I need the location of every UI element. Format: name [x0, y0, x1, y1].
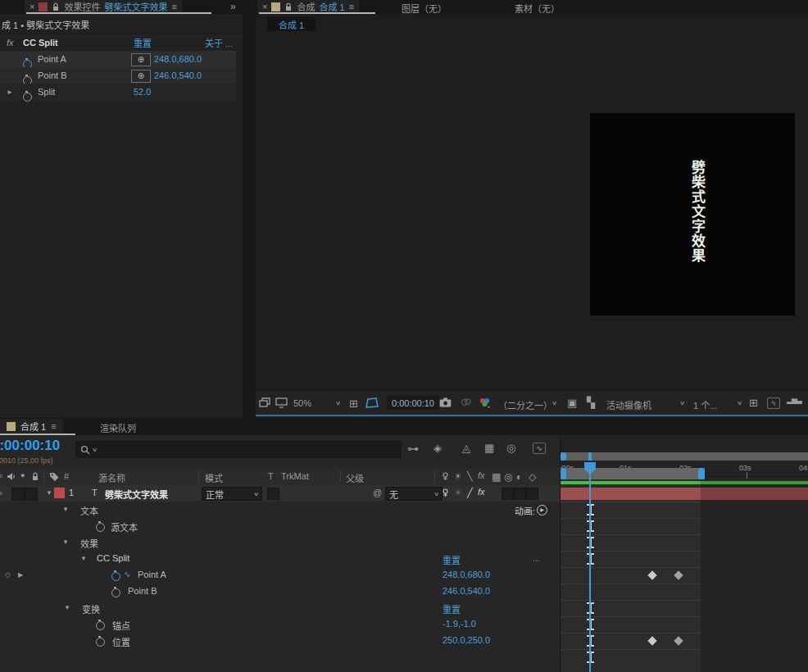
layer-duration-bar-dim[interactable] — [701, 488, 808, 500]
tab-footage[interactable]: 素材（无） — [515, 2, 560, 15]
effect-about-link[interactable]: 关于 ... — [205, 36, 233, 49]
effect-options-link[interactable]: ... — [533, 553, 540, 563]
view-layout-dropdown[interactable]: 1 个... — [693, 398, 717, 411]
comp-text-layer[interactable]: 劈柴式文字效果 — [687, 160, 707, 263]
work-area-start-handle[interactable] — [561, 468, 566, 479]
mask-roi-icon[interactable] — [365, 397, 379, 408]
solo-toggle-cell[interactable] — [25, 488, 38, 501]
prop-row-anchor-point[interactable]: 锚点 -1.9,-1.0 — [0, 616, 560, 633]
frame-blend-cell[interactable] — [502, 488, 514, 500]
stopwatch-icon[interactable] — [111, 572, 120, 581]
column-trkmat[interactable]: TrkMat — [281, 471, 309, 481]
tab-composition[interactable]: × 合成 合成 1 ≡ — [257, 0, 359, 13]
tab-effect-controls[interactable]: × 效果控件 劈柴式文字效果 ≡ — [25, 0, 182, 13]
expand-triangle[interactable]: ▼ — [62, 538, 69, 546]
panel-menu-icon[interactable]: ≡ — [171, 2, 176, 11]
time-navigator-bar[interactable] — [561, 452, 808, 461]
frame-blending-icon[interactable]: ▦ — [484, 442, 494, 454]
current-timecode[interactable]: 0:00:00:10 — [0, 438, 60, 453]
graph-editor-icon[interactable]: ∿ — [533, 443, 546, 454]
stopwatch-icon[interactable] — [96, 621, 105, 630]
stopwatch-icon[interactable] — [96, 638, 105, 647]
layer-name[interactable]: 劈柴式文字效果 — [105, 488, 168, 501]
zoom-level-dropdown[interactable]: 50% — [293, 398, 311, 408]
stopwatch-icon[interactable] — [96, 523, 105, 532]
prop-value[interactable]: 246.0,540.0 — [443, 586, 490, 596]
eye-icon[interactable] — [0, 489, 2, 497]
reset-link[interactable]: 重置 — [443, 602, 461, 615]
keyframe-add-icon[interactable]: ◇ — [5, 570, 11, 579]
stopwatch-icon[interactable] — [111, 588, 120, 597]
param-value[interactable]: 246.0,540.0 — [154, 70, 202, 80]
expand-arrow-icon[interactable]: ► — [7, 89, 13, 96]
snapshot-camera-icon[interactable] — [439, 397, 452, 407]
region-of-interest-icon[interactable]: ▣ — [567, 397, 577, 409]
prop-row-effects-group[interactable]: ▼ 效果 — [0, 534, 560, 551]
blend-mode-dropdown[interactable]: 正常 ∨ — [202, 487, 262, 501]
chevron-down-icon[interactable]: ∨ — [679, 400, 685, 406]
collapse-switch[interactable]: ☀ — [454, 488, 462, 498]
channel-rgb-icon[interactable] — [479, 397, 491, 408]
column-source-name[interactable]: 源名称 — [98, 471, 125, 484]
tab-timeline-comp[interactable]: 合成 1 ≡ — [0, 419, 63, 434]
column-preserve-transparency[interactable]: T — [268, 471, 274, 481]
audio-toggle-cell[interactable] — [11, 488, 25, 501]
point-picker-button[interactable]: ⊕ — [131, 53, 151, 66]
resolution-dropdown[interactable]: （二分之一） — [498, 398, 552, 411]
reset-link[interactable]: 重置 — [443, 553, 461, 566]
close-icon[interactable]: × — [262, 2, 267, 11]
tab-render-queue[interactable]: 渲染队列 — [100, 421, 136, 434]
prop-row-source-text[interactable]: 源文本 — [0, 518, 560, 534]
prop-row-cc-split[interactable]: ▼ CC Split 重置 ... — [0, 551, 560, 567]
chevron-down-icon[interactable]: ∨ — [552, 400, 557, 406]
av-features-switch[interactable] — [441, 488, 450, 497]
column-number[interactable]: # — [64, 471, 69, 481]
prop-value[interactable]: 248.0,680.0 — [443, 570, 490, 579]
work-area-end-handle[interactable] — [698, 468, 705, 479]
expand-triangle[interactable]: ▼ — [64, 604, 70, 611]
comp-canvas[interactable]: 劈柴式文字效果 — [590, 113, 795, 316]
layer-label-color[interactable] — [54, 488, 65, 498]
prop-row-point-b[interactable]: Point B 246.0,540.0 — [0, 583, 560, 600]
grid-guides-icon[interactable]: ⊞ — [349, 397, 358, 410]
motion-blur-cell[interactable] — [514, 488, 526, 500]
expand-triangle[interactable]: ▼ — [62, 506, 69, 513]
show-snapshot-icon[interactable] — [461, 397, 472, 407]
lock-icon[interactable] — [52, 2, 60, 11]
keyframe-next-icon[interactable]: ▶ — [18, 571, 23, 579]
quality-switch[interactable]: ╱ — [467, 488, 473, 498]
column-mode[interactable]: 模式 — [205, 471, 223, 484]
param-value[interactable]: 248.0,680.0 — [154, 54, 202, 64]
search-options-chevron[interactable]: ∨ — [92, 447, 98, 453]
effect-header-row[interactable]: fx CC Split 重置 关于 ... — [0, 34, 243, 51]
fx-switch[interactable]: fx — [478, 487, 485, 497]
prop-row-point-a[interactable]: ◇ ▶ ∿ Point A 248.0,680.0 — [0, 567, 560, 583]
motion-blur-icon[interactable]: ◎ — [506, 442, 515, 454]
chevron-down-icon[interactable]: ∨ — [335, 400, 341, 406]
search-box[interactable]: ∨ — [75, 441, 402, 458]
point-picker-button[interactable]: ⊕ — [131, 70, 151, 83]
transparency-grid-icon[interactable]: ▚ — [587, 397, 595, 409]
view-dropdown[interactable]: 活动摄像机 — [606, 398, 651, 411]
prop-row-text-group[interactable]: ▼ 文本 动画: ▶ — [0, 502, 560, 518]
playhead-line[interactable] — [589, 462, 591, 672]
pick-whip-icon[interactable]: @ — [373, 488, 382, 497]
param-value[interactable]: 52.0 — [134, 87, 151, 97]
stopwatch-icon[interactable] — [23, 93, 32, 102]
comp-selector-chip[interactable]: 合成 1 — [267, 17, 315, 31]
tab-layer[interactable]: 图层（无） — [402, 2, 447, 15]
always-preview-icon[interactable] — [259, 397, 270, 408]
panel-menu-icon[interactable]: ≡ — [349, 2, 354, 11]
effect-reset-link[interactable]: 重置 — [134, 36, 152, 49]
prop-row-transform-group[interactable]: ▼ 变换 重置 — [0, 600, 560, 616]
layer-expand-triangle[interactable]: ▼ — [46, 489, 52, 497]
close-icon[interactable]: × — [30, 2, 34, 11]
layer-row[interactable]: ▼ 1 T 劈柴式文字效果 正常 ∨ @ 无 ∨ ☀ ╱ fx — [0, 485, 560, 502]
primary-viewer-icon[interactable] — [275, 397, 288, 408]
exposure-histogram-icon[interactable]: ▂▅▃ — [787, 396, 801, 404]
lock-icon[interactable] — [284, 2, 293, 11]
expand-triangle[interactable]: ▼ — [80, 555, 87, 562]
tab-overflow-icon[interactable]: » — [230, 1, 236, 12]
comp-viewport[interactable]: 劈柴式文字效果 — [256, 33, 808, 392]
prop-value[interactable]: -1.9,-1.0 — [443, 619, 476, 629]
